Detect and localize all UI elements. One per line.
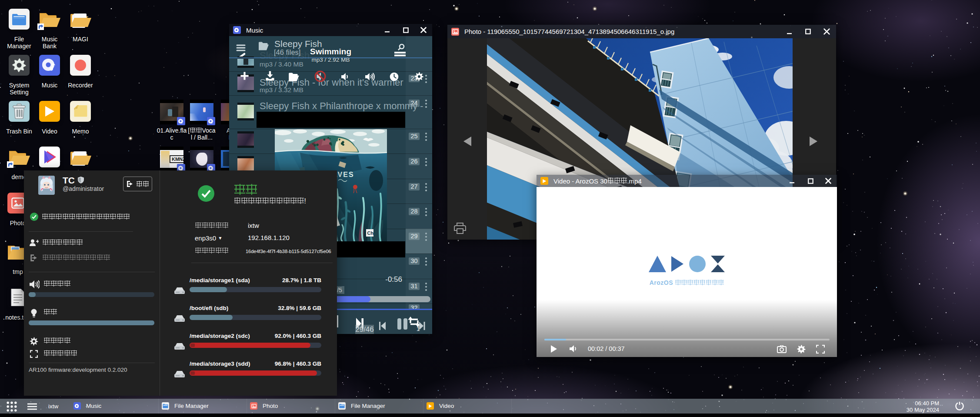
svg-text:Ch: Ch bbox=[367, 230, 374, 236]
